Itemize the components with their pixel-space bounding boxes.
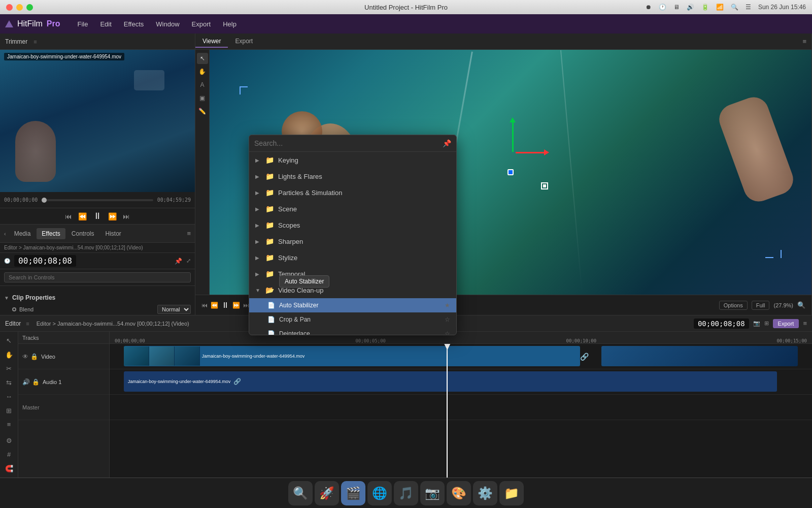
blend-select[interactable]: Normal: [157, 305, 191, 314]
search-controls-input[interactable]: [4, 272, 191, 282]
maximize-button[interactable]: [26, 4, 33, 11]
panel-options-icon[interactable]: ≡: [187, 230, 191, 237]
audio-link-icon[interactable]: 🔗: [233, 378, 241, 385]
deinterlace-star[interactable]: ☆: [445, 330, 450, 335]
menu-window[interactable]: Window: [151, 18, 184, 30]
tab-effects[interactable]: Effects: [37, 228, 65, 239]
crop-pan-star[interactable]: ☆: [445, 316, 450, 323]
hand-tool-btn[interactable]: ✋: [3, 349, 16, 361]
editor-options-icon[interactable]: ≡: [803, 320, 807, 327]
dock-settings[interactable]: ⚙️: [473, 481, 497, 505]
zoom-indicator[interactable]: (27.9%): [773, 302, 793, 308]
viewer-prev-frame[interactable]: ⏪: [211, 302, 218, 309]
dock-files[interactable]: 📁: [499, 481, 524, 505]
trimmer-playhead-dot[interactable]: [42, 198, 47, 203]
settings-tool-btn[interactable]: ⚙: [3, 435, 16, 447]
tab-viewer[interactable]: Viewer: [195, 36, 228, 48]
full-button[interactable]: Full: [752, 301, 770, 310]
slide-tool-btn[interactable]: ↔: [3, 391, 16, 403]
auto-stabilizer-star[interactable]: ★: [445, 302, 450, 309]
slip-tool-btn[interactable]: ⇆: [3, 377, 16, 389]
close-button[interactable]: [6, 4, 13, 11]
options-button[interactable]: Options: [719, 301, 748, 310]
minimize-button[interactable]: [16, 4, 23, 11]
move-tool[interactable]: ✋: [197, 66, 208, 77]
timecode-expand-icon[interactable]: ⤢: [186, 258, 191, 264]
eye-icon[interactable]: 👁: [22, 353, 28, 360]
effects-search-input[interactable]: [254, 139, 439, 147]
dock-chrome[interactable]: 🌐: [367, 481, 392, 505]
clip-link-icon[interactable]: 🔗: [580, 353, 589, 361]
category-sharpen[interactable]: ▶ 📁 Sharpen: [249, 233, 456, 249]
dock-finder[interactable]: 🔍: [288, 481, 313, 505]
video-clip-main[interactable]: Jamaican-boy-swimming-under-water-649954…: [124, 346, 581, 366]
dock-photos[interactable]: 📷: [420, 481, 445, 505]
tab-history[interactable]: Histor: [100, 228, 126, 239]
magnet-tool-btn[interactable]: 🧲: [3, 463, 16, 475]
zoom-control[interactable]: 🔍: [797, 301, 805, 309]
dock-music[interactable]: 🎵: [394, 481, 418, 505]
category-particles[interactable]: ▶ 📁 Particles & Simulation: [249, 184, 456, 201]
skip-back-icon[interactable]: ⏮: [65, 212, 72, 220]
transform-handle[interactable]: [541, 182, 548, 189]
editor-menu-icon[interactable]: ≡: [26, 321, 29, 327]
category-keying[interactable]: ▶ 📁 Keying: [249, 152, 456, 168]
menu-export[interactable]: Export: [187, 18, 216, 30]
lock-icon[interactable]: 🔒: [30, 353, 38, 360]
trimmer-menu-icon[interactable]: ≡: [33, 39, 37, 45]
main-timecode[interactable]: 00;00;08;08: [14, 255, 76, 267]
viewer-next-frame[interactable]: ⏩: [232, 302, 240, 309]
pin-button[interactable]: 📌: [443, 139, 451, 147]
audio-lock-icon[interactable]: 🔒: [32, 378, 40, 386]
dock-ae[interactable]: 🎨: [447, 481, 471, 505]
select-tool[interactable]: ↖: [197, 53, 208, 64]
menu-effects[interactable]: Effects: [119, 18, 149, 30]
effect-crop-pan[interactable]: 📄 Crop & Pan ☆: [249, 312, 456, 327]
play-pause-icon[interactable]: ⏸: [93, 211, 102, 221]
tab-controls[interactable]: Controls: [66, 228, 99, 239]
trimmer-scrubbar[interactable]: [42, 199, 153, 201]
skip-forward-icon[interactable]: ⏭: [123, 212, 130, 220]
roll-tool-btn[interactable]: ⊞: [3, 405, 16, 417]
notification-icon[interactable]: ☰: [746, 4, 751, 11]
editor-grid-icon[interactable]: ⊞: [764, 320, 769, 327]
tab-export[interactable]: Export: [228, 36, 260, 48]
select-tool-btn[interactable]: ↖: [3, 335, 16, 347]
category-scopes[interactable]: ▶ 📁 Scopes: [249, 217, 456, 233]
viewer-menu-icon[interactable]: ≡: [797, 38, 811, 45]
panel-back-icon[interactable]: ‹: [4, 231, 6, 237]
menu-file[interactable]: File: [72, 18, 93, 30]
timecode-lock-icon[interactable]: 📌: [175, 258, 182, 265]
viewer-play-pause[interactable]: ⏸: [221, 301, 229, 310]
video-clip-secondary[interactable]: [601, 346, 798, 366]
category-lights-flares[interactable]: ▶ 📁 Lights & Flares: [249, 168, 456, 184]
search-icon[interactable]: 🔍: [731, 4, 738, 11]
align-tool-btn[interactable]: #: [3, 449, 16, 461]
menu-edit[interactable]: Edit: [95, 18, 116, 30]
selection-tl-v: [240, 86, 241, 94]
dock-launchpad[interactable]: 🚀: [315, 481, 339, 505]
audio-clip[interactable]: Jamaican-boy-swimming-under-water-649954…: [124, 371, 777, 392]
speaker-icon[interactable]: 🔊: [22, 378, 30, 386]
effect-deinterlace[interactable]: 📄 Deinterlace ☆: [249, 327, 456, 335]
ripple-tool-btn[interactable]: ≡: [3, 419, 16, 431]
export-button[interactable]: Export: [773, 319, 799, 328]
clip-properties-header[interactable]: ▼ Clip Properties: [4, 292, 191, 303]
draw-tool[interactable]: ✏️: [197, 106, 208, 117]
dock-hitfilm[interactable]: 🎬: [341, 481, 365, 505]
razor-tool-btn[interactable]: ✂: [3, 363, 16, 375]
ruler-area[interactable]: 00;00;00;00 00;00;05;00 00;00;10;00 00;0…: [110, 332, 812, 343]
editor-timecode[interactable]: 00;00;08;08: [694, 319, 749, 329]
effect-auto-stabilizer[interactable]: 📄 Auto Stabilizer ★: [249, 298, 456, 312]
transform-origin-point[interactable]: [507, 169, 514, 175]
category-stylize[interactable]: ▶ 📁 Stylize: [249, 249, 456, 266]
editor-camera-icon[interactable]: 📷: [753, 320, 760, 327]
prev-frame-icon[interactable]: ⏪: [78, 212, 87, 220]
menu-help[interactable]: Help: [218, 18, 242, 30]
tab-media[interactable]: Media: [9, 228, 36, 239]
next-frame-icon[interactable]: ⏩: [108, 212, 117, 220]
crop-tool[interactable]: ▣: [197, 92, 208, 104]
text-tool[interactable]: A: [197, 79, 208, 90]
category-scene[interactable]: ▶ 📁 Scene: [249, 201, 456, 217]
viewer-skip-back[interactable]: ⏮: [201, 302, 208, 309]
